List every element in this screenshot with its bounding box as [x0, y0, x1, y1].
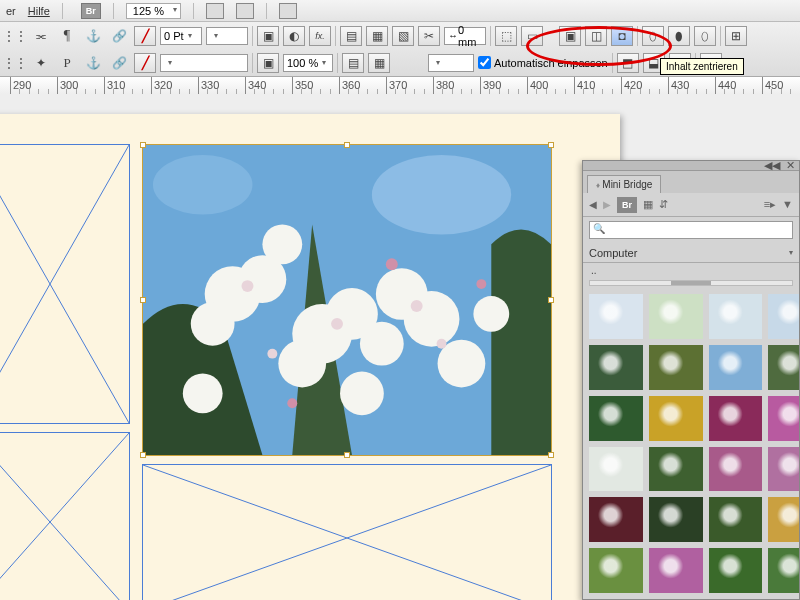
no-fill-icon[interactable]: ╱ [134, 53, 156, 73]
thumbnail[interactable] [768, 548, 799, 593]
style-dropdown[interactable] [160, 54, 248, 72]
thumbnail[interactable] [589, 396, 643, 441]
empty-frame-bottom[interactable] [142, 464, 552, 600]
nav-back-icon[interactable]: ◀ [589, 199, 597, 210]
thumbnail[interactable] [709, 548, 763, 593]
resize-handle-s[interactable] [344, 452, 350, 458]
gap-field[interactable]: ↔ 0 mm [444, 27, 486, 45]
zoom-dropdown[interactable]: 125 % [126, 3, 181, 19]
resize-handle-w[interactable] [140, 297, 146, 303]
fx-icon[interactable]: fx. [309, 26, 331, 46]
thumbnail[interactable] [589, 345, 643, 390]
text-wrap-none-icon[interactable]: ▤ [340, 26, 362, 46]
fit-proportional-icon[interactable]: ◫ [585, 26, 607, 46]
text-wrap-bound-icon[interactable]: ▦ [366, 26, 388, 46]
svg-point-11 [191, 302, 235, 346]
anchor-icon[interactable]: ⚓ [82, 26, 104, 46]
thumbnail[interactable] [768, 294, 799, 339]
thumbnail[interactable] [709, 345, 763, 390]
thumbnail[interactable] [649, 345, 703, 390]
thumbnail[interactable] [589, 497, 643, 542]
bridge-button[interactable]: Br [81, 3, 101, 19]
star-icon[interactable]: ✦ [30, 53, 52, 73]
stroke-style-field[interactable] [206, 27, 248, 45]
anchor-icon-2[interactable]: ⚓ [82, 53, 104, 73]
svg-point-21 [340, 372, 384, 416]
text-wrap-shape-icon[interactable]: ▧ [392, 26, 414, 46]
align-left-icon[interactable]: ⬯ [642, 26, 664, 46]
no-stroke-icon[interactable]: ╱ [134, 26, 156, 46]
fit-content-icon[interactable]: ⬚ [495, 26, 517, 46]
selection-dots-icon[interactable]: ⋮⋮ [4, 26, 26, 46]
arrange-icon[interactable] [279, 3, 297, 19]
thumbnail[interactable] [589, 548, 643, 593]
image-icon-2[interactable]: ▣ [257, 53, 279, 73]
image-icon[interactable]: ▣ [257, 26, 279, 46]
align-right-icon[interactable]: ⬯ [694, 26, 716, 46]
thumbnail[interactable] [589, 447, 643, 492]
horizontal-ruler[interactable]: 2903003103203303403503603703803904004104… [0, 77, 800, 95]
thumb-size-slider[interactable] [589, 280, 793, 286]
stroke-weight-field[interactable]: 0 Pt [160, 27, 202, 45]
empty-frame-left-top[interactable] [0, 144, 130, 424]
filter-icon[interactable]: ▼ [782, 198, 793, 211]
svg-point-28 [386, 258, 398, 270]
extra-dropdown[interactable] [428, 54, 474, 72]
thumbnail[interactable] [709, 294, 763, 339]
effects-icon[interactable]: ◐ [283, 26, 305, 46]
resize-handle-sw[interactable] [140, 452, 146, 458]
thumbnail[interactable] [768, 497, 799, 542]
thumbnail[interactable] [709, 497, 763, 542]
auto-fit-checkbox[interactable]: Automatisch einpassen [478, 56, 608, 69]
resize-handle-nw[interactable] [140, 142, 146, 148]
menu-bar: er Hilfe Br 125 % [0, 0, 800, 22]
view-thumbs-icon[interactable]: ▦ [643, 198, 653, 211]
thumbnail[interactable] [649, 396, 703, 441]
path-dropdown[interactable]: Computer▾ [583, 243, 799, 263]
wrap-icon-b[interactable]: ▦ [368, 53, 390, 73]
resize-handle-e[interactable] [548, 297, 554, 303]
mini-bridge-tab[interactable]: Mini Bridge [587, 175, 661, 193]
panel-collapse-bar[interactable]: ◀◀✕ [583, 161, 799, 171]
selection-dots-icon-2[interactable]: ⋮⋮ [4, 53, 26, 73]
thumbnail[interactable] [768, 396, 799, 441]
sort-icon[interactable]: ⇵ [659, 198, 668, 211]
search-input[interactable] [589, 221, 793, 239]
menu-help[interactable]: Hilfe [28, 5, 50, 17]
center-content-icon[interactable]: ◘ [611, 26, 633, 46]
menu-fragment[interactable]: er [6, 5, 16, 17]
fit-frame-icon[interactable]: ▭ [521, 26, 543, 46]
fill-frame-icon[interactable]: ▣ [559, 26, 581, 46]
paragraph-icon[interactable]: ¶ [56, 26, 78, 46]
selected-image-frame[interactable] [142, 144, 552, 456]
resize-handle-n[interactable] [344, 142, 350, 148]
thumbnail[interactable] [649, 497, 703, 542]
character-icon[interactable]: P [56, 53, 78, 73]
distribute-icon[interactable]: ⊞ [725, 26, 747, 46]
resize-handle-se[interactable] [548, 452, 554, 458]
align-center-icon[interactable]: ⬮ [668, 26, 690, 46]
thumbnail[interactable] [589, 294, 643, 339]
view-mode-icon[interactable] [206, 3, 224, 19]
thumbnail[interactable] [649, 294, 703, 339]
link-icon[interactable]: 🔗 [108, 26, 130, 46]
options-icon[interactable]: ≡▸ [764, 198, 776, 211]
crop-icon[interactable]: ✂ [418, 26, 440, 46]
thumbnail[interactable] [649, 447, 703, 492]
resize-handle-ne[interactable] [548, 142, 554, 148]
screen-mode-icon[interactable] [236, 3, 254, 19]
wrap-icon-a[interactable]: ▤ [342, 53, 364, 73]
link-chain-icon[interactable]: ⫘ [30, 26, 52, 46]
empty-frame-left-bottom[interactable] [0, 432, 130, 600]
thumbnail[interactable] [768, 447, 799, 492]
thumbnail[interactable] [709, 396, 763, 441]
thumbnail[interactable] [649, 548, 703, 593]
link-icon-2[interactable]: 🔗 [108, 53, 130, 73]
thumbnail[interactable] [709, 447, 763, 492]
thumbnail[interactable] [768, 345, 799, 390]
bridge-icon[interactable]: Br [617, 197, 637, 213]
align-top-icon[interactable]: ⬒ [617, 53, 639, 73]
parent-folder[interactable]: .. [583, 263, 799, 278]
nav-forward-icon[interactable]: ▶ [603, 199, 611, 210]
opacity-field[interactable]: 100 % [283, 54, 333, 72]
